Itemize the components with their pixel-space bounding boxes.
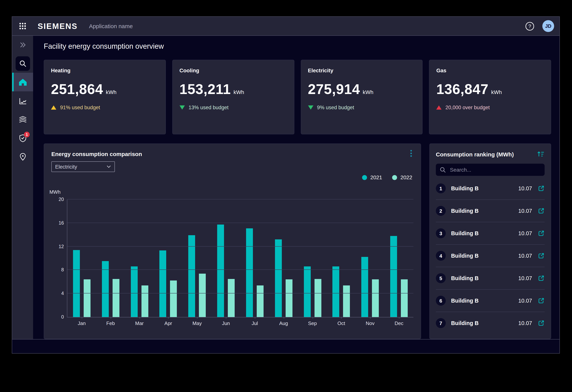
sidebar-item-analytics[interactable] <box>12 91 33 110</box>
bar-2022-mar[interactable] <box>141 285 148 317</box>
page-title: Facility energy consumption overview <box>44 42 164 51</box>
trend-down-triangle-icon <box>179 105 185 110</box>
ranking-row-3[interactable]: 3Building B10.07 <box>436 222 545 245</box>
kpi-cards-row: Heating251,864kWh91% used budgetCooling1… <box>44 60 551 134</box>
help-button[interactable]: ? <box>525 21 535 31</box>
card-menu-button[interactable] <box>408 149 414 158</box>
bar-2022-nov[interactable] <box>372 279 379 317</box>
bar-2022-may[interactable] <box>199 274 206 317</box>
bar-2022-feb[interactable] <box>112 279 119 317</box>
kpi-trend: 9% used budget <box>308 105 415 110</box>
bar-2021-sep[interactable] <box>304 266 311 317</box>
bar-2022-dec[interactable] <box>401 279 408 317</box>
open-details-button[interactable] <box>538 252 545 259</box>
bar-2022-oct[interactable] <box>343 285 350 317</box>
bar-chart-plot: JanFebMarAprMayJunJulAugSepOctNovDec 048… <box>67 199 413 317</box>
open-details-button[interactable] <box>538 185 545 192</box>
sidebar-item-locations[interactable] <box>12 147 33 166</box>
external-link-icon <box>538 252 545 259</box>
ranking-row-4[interactable]: 4Building B10.07 <box>436 245 545 267</box>
sidebar-item-home[interactable] <box>12 73 33 91</box>
ranking-title: Consumption ranking (MWh) <box>436 151 514 157</box>
energy-type-select[interactable]: Electricity <box>51 161 115 172</box>
kpi-card-cooling: Cooling153,211kWh13% used budget <box>172 60 294 134</box>
ranking-row-7[interactable]: 7Building B10.07 <box>436 312 545 334</box>
open-details-button[interactable] <box>538 320 545 327</box>
app-window: SIEMENS Application name ? JD <box>12 16 560 354</box>
open-details-button[interactable] <box>538 207 545 214</box>
sidebar-nav: 1 <box>12 35 33 339</box>
legend-entry-2021[interactable]: 2021 <box>362 174 382 180</box>
energy-type-value: Electricity <box>55 164 77 170</box>
kpi-trend-text: 91% used budget <box>60 105 100 110</box>
ranking-row-1[interactable]: 1Building B10.07 <box>436 177 545 200</box>
bar-2022-jul[interactable] <box>257 285 264 317</box>
ranking-rows: 1Building B10.072Building B10.073Buildin… <box>436 177 545 334</box>
home-icon <box>18 78 27 86</box>
kpi-trend: 91% used budget <box>51 105 159 110</box>
legend-entry-2022[interactable]: 2022 <box>392 174 412 180</box>
ranking-row-5[interactable]: 5Building B10.07 <box>436 267 545 290</box>
ranking-row-6[interactable]: 6Building B10.07 <box>436 290 545 312</box>
bar-2022-sep[interactable] <box>314 279 321 317</box>
kpi-trend-text: 20,000 over budget <box>445 105 490 110</box>
consumption-value: 10.07 <box>518 185 532 191</box>
sidebar-item-compliance[interactable]: 1 <box>12 129 33 147</box>
chart-legend: 2021 2022 <box>362 174 412 180</box>
external-link-icon <box>538 297 545 304</box>
bar-2021-jun[interactable] <box>217 225 224 317</box>
open-details-button[interactable] <box>538 297 545 304</box>
bar-2021-mar[interactable] <box>131 266 138 317</box>
bar-group-aug: Aug <box>269 199 298 317</box>
consumption-value: 10.07 <box>518 208 532 214</box>
bar-2021-may[interactable] <box>188 235 195 317</box>
sidebar-item-layers[interactable] <box>12 110 33 129</box>
ranking-row-2[interactable]: 2Building B10.07 <box>436 200 545 222</box>
kpi-value-unit: kWh <box>363 89 373 95</box>
bar-2021-nov[interactable] <box>361 257 368 317</box>
bar-group-jun: Jun <box>211 199 240 317</box>
x-tick-label: Aug <box>269 320 298 326</box>
legend-label-2021: 2021 <box>370 174 382 180</box>
bar-2021-jul[interactable] <box>246 228 253 317</box>
app-launcher-button[interactable] <box>12 22 33 30</box>
bar-2021-aug[interactable] <box>275 239 282 317</box>
bar-2022-aug[interactable] <box>286 279 292 317</box>
open-details-button[interactable] <box>538 230 545 237</box>
bar-2022-apr[interactable] <box>170 280 177 317</box>
external-link-icon <box>538 207 545 214</box>
rank-number-badge: 2 <box>436 206 446 216</box>
x-tick-label: Oct <box>327 320 356 326</box>
kpi-label: Heating <box>51 67 159 73</box>
sort-button[interactable] <box>536 150 545 158</box>
bar-2021-dec[interactable] <box>390 236 397 317</box>
user-avatar[interactable]: JD <box>542 20 554 32</box>
search-tile <box>16 56 30 71</box>
ranking-search-input[interactable] <box>449 166 541 173</box>
kpi-label: Electricity <box>308 67 415 73</box>
sidebar-item-expand[interactable] <box>12 35 33 54</box>
external-link-icon <box>538 275 545 282</box>
open-details-button[interactable] <box>538 275 545 282</box>
kpi-trend-text: 13% used budget <box>189 105 229 110</box>
bar-2022-jun[interactable] <box>228 279 235 317</box>
bar-group-jan: Jan <box>67 199 96 317</box>
x-tick-label: Jan <box>67 320 96 326</box>
rank-number-badge: 7 <box>436 318 446 328</box>
kpi-label: Cooling <box>179 67 287 73</box>
bar-2021-oct[interactable] <box>333 266 339 317</box>
bottom-row: Energy consumption comparison Electricit… <box>44 144 551 339</box>
trend-down-triangle-icon <box>308 105 313 110</box>
top-bar: SIEMENS Application name ? JD <box>12 17 559 36</box>
rank-number-badge: 3 <box>436 228 446 238</box>
sidebar-item-search[interactable] <box>12 54 33 73</box>
bar-2022-jan[interactable] <box>84 279 91 317</box>
bar-2021-jan[interactable] <box>73 250 80 317</box>
kpi-value: 275,914kWh <box>308 82 415 98</box>
x-tick-label: Apr <box>154 320 183 326</box>
bar-group-jul: Jul <box>240 199 269 317</box>
building-name: Building B <box>451 320 518 326</box>
bar-2021-apr[interactable] <box>159 251 166 317</box>
ranking-search-box <box>436 164 545 176</box>
gridline-4 <box>67 293 413 294</box>
